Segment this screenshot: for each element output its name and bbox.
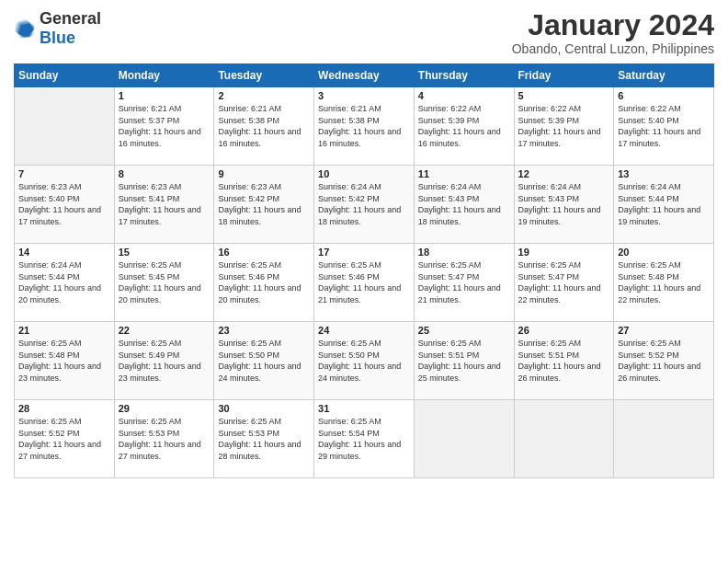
day-number: 24: [318, 325, 410, 336]
day-info: Sunrise: 6:25 AMSunset: 5:50 PMDaylight:…: [218, 339, 301, 383]
calendar-cell: 11Sunrise: 6:24 AMSunset: 5:43 PMDayligh…: [414, 166, 514, 244]
day-header-saturday: Saturday: [614, 64, 714, 87]
calendar-subtitle: Obando, Central Luzon, Philippines: [512, 41, 714, 56]
day-info: Sunrise: 6:25 AMSunset: 5:47 PMDaylight:…: [518, 260, 601, 304]
calendar-cell: 3Sunrise: 6:21 AMSunset: 5:38 PMDaylight…: [314, 87, 415, 166]
calendar-cell: 18Sunrise: 6:25 AMSunset: 5:47 PMDayligh…: [414, 244, 514, 322]
day-info: Sunrise: 6:25 AMSunset: 5:45 PMDaylight:…: [119, 260, 201, 304]
day-info: Sunrise: 6:24 AMSunset: 5:44 PMDaylight:…: [18, 260, 101, 304]
day-number: 11: [418, 168, 510, 179]
calendar-container: General Blue January 2024 Obando, Centra…: [0, 0, 728, 563]
day-number: 13: [618, 168, 710, 179]
day-info: Sunrise: 6:23 AMSunset: 5:41 PMDaylight:…: [119, 182, 201, 226]
day-info: Sunrise: 6:24 AMSunset: 5:44 PMDaylight:…: [618, 182, 700, 226]
day-info: Sunrise: 6:25 AMSunset: 5:52 PMDaylight:…: [618, 339, 700, 383]
day-info: Sunrise: 6:22 AMSunset: 5:40 PMDaylight:…: [618, 104, 700, 148]
calendar-cell: 2Sunrise: 6:21 AMSunset: 5:38 PMDaylight…: [214, 87, 314, 166]
calendar-cell: [514, 400, 614, 478]
day-info: Sunrise: 6:25 AMSunset: 5:48 PMDaylight:…: [18, 339, 101, 383]
day-info: Sunrise: 6:25 AMSunset: 5:53 PMDaylight:…: [119, 417, 201, 461]
day-number: 7: [18, 168, 110, 179]
day-number: 22: [119, 325, 210, 336]
calendar-table: SundayMondayTuesdayWednesdayThursdayFrid…: [14, 63, 714, 478]
day-info: Sunrise: 6:21 AMSunset: 5:37 PMDaylight:…: [119, 104, 201, 148]
day-info: Sunrise: 6:23 AMSunset: 5:42 PMDaylight:…: [218, 182, 301, 226]
title-block: January 2024 Obando, Central Luzon, Phil…: [512, 9, 714, 56]
day-info: Sunrise: 6:25 AMSunset: 5:46 PMDaylight:…: [218, 260, 301, 304]
day-number: 4: [418, 90, 510, 101]
calendar-cell: 7Sunrise: 6:23 AMSunset: 5:40 PMDaylight…: [15, 166, 115, 244]
day-number: 20: [618, 247, 710, 258]
day-info: Sunrise: 6:25 AMSunset: 5:50 PMDaylight:…: [318, 339, 401, 383]
day-number: 9: [218, 168, 310, 179]
day-header-sunday: Sunday: [15, 64, 115, 87]
day-number: 30: [218, 403, 310, 414]
calendar-cell: 30Sunrise: 6:25 AMSunset: 5:53 PMDayligh…: [214, 400, 314, 478]
day-number: 3: [318, 90, 410, 101]
calendar-cell: 10Sunrise: 6:24 AMSunset: 5:42 PMDayligh…: [314, 166, 415, 244]
calendar-cell: 27Sunrise: 6:25 AMSunset: 5:52 PMDayligh…: [614, 322, 714, 400]
day-number: 19: [518, 247, 610, 258]
calendar-cell: 25Sunrise: 6:25 AMSunset: 5:51 PMDayligh…: [414, 322, 514, 400]
day-number: 1: [119, 90, 210, 101]
day-header-tuesday: Tuesday: [214, 64, 314, 87]
calendar-cell: 29Sunrise: 6:25 AMSunset: 5:53 PMDayligh…: [114, 400, 214, 478]
day-number: 25: [418, 325, 510, 336]
day-number: 16: [218, 247, 310, 258]
day-number: 18: [418, 247, 510, 258]
calendar-cell: 12Sunrise: 6:24 AMSunset: 5:43 PMDayligh…: [514, 166, 614, 244]
logo-general: General: [40, 9, 101, 28]
calendar-cell: 26Sunrise: 6:25 AMSunset: 5:51 PMDayligh…: [514, 322, 614, 400]
day-number: 31: [318, 403, 410, 414]
calendar-cell: 6Sunrise: 6:22 AMSunset: 5:40 PMDaylight…: [614, 87, 714, 166]
day-number: 14: [18, 247, 110, 258]
day-number: 21: [18, 325, 110, 336]
calendar-cell: 21Sunrise: 6:25 AMSunset: 5:48 PMDayligh…: [15, 322, 115, 400]
day-info: Sunrise: 6:25 AMSunset: 5:54 PMDaylight:…: [318, 417, 401, 461]
calendar-title: January 2024: [512, 9, 714, 41]
day-number: 26: [518, 325, 610, 336]
day-info: Sunrise: 6:24 AMSunset: 5:42 PMDaylight:…: [318, 182, 401, 226]
calendar-week-row: 7Sunrise: 6:23 AMSunset: 5:40 PMDaylight…: [15, 166, 714, 244]
calendar-cell: 13Sunrise: 6:24 AMSunset: 5:44 PMDayligh…: [614, 166, 714, 244]
day-info: Sunrise: 6:25 AMSunset: 5:51 PMDaylight:…: [518, 339, 601, 383]
calendar-week-row: 28Sunrise: 6:25 AMSunset: 5:52 PMDayligh…: [15, 400, 714, 478]
logo-text: General Blue: [40, 9, 101, 48]
header: General Blue January 2024 Obando, Centra…: [14, 9, 714, 56]
day-header-friday: Friday: [514, 64, 614, 87]
calendar-cell: 1Sunrise: 6:21 AMSunset: 5:37 PMDaylight…: [114, 87, 214, 166]
day-number: 28: [18, 403, 110, 414]
day-info: Sunrise: 6:25 AMSunset: 5:49 PMDaylight:…: [119, 339, 201, 383]
calendar-cell: 20Sunrise: 6:25 AMSunset: 5:48 PMDayligh…: [614, 244, 714, 322]
day-info: Sunrise: 6:21 AMSunset: 5:38 PMDaylight:…: [218, 104, 301, 148]
calendar-cell: 19Sunrise: 6:25 AMSunset: 5:47 PMDayligh…: [514, 244, 614, 322]
calendar-cell: 28Sunrise: 6:25 AMSunset: 5:52 PMDayligh…: [15, 400, 115, 478]
day-info: Sunrise: 6:23 AMSunset: 5:40 PMDaylight:…: [18, 182, 101, 226]
calendar-week-row: 14Sunrise: 6:24 AMSunset: 5:44 PMDayligh…: [15, 244, 714, 322]
logo-icon: [14, 17, 36, 40]
calendar-cell: [614, 400, 714, 478]
day-info: Sunrise: 6:22 AMSunset: 5:39 PMDaylight:…: [418, 104, 501, 148]
calendar-cell: 9Sunrise: 6:23 AMSunset: 5:42 PMDaylight…: [214, 166, 314, 244]
calendar-cell: 15Sunrise: 6:25 AMSunset: 5:45 PMDayligh…: [114, 244, 214, 322]
calendar-cell: 17Sunrise: 6:25 AMSunset: 5:46 PMDayligh…: [314, 244, 415, 322]
day-info: Sunrise: 6:25 AMSunset: 5:48 PMDaylight:…: [618, 260, 700, 304]
day-header-thursday: Thursday: [414, 64, 514, 87]
calendar-cell: 22Sunrise: 6:25 AMSunset: 5:49 PMDayligh…: [114, 322, 214, 400]
day-number: 29: [119, 403, 210, 414]
day-info: Sunrise: 6:25 AMSunset: 5:53 PMDaylight:…: [218, 417, 301, 461]
day-number: 27: [618, 325, 710, 336]
day-header-wednesday: Wednesday: [314, 64, 415, 87]
day-info: Sunrise: 6:24 AMSunset: 5:43 PMDaylight:…: [418, 182, 501, 226]
day-info: Sunrise: 6:21 AMSunset: 5:38 PMDaylight:…: [318, 104, 401, 148]
calendar-cell: [414, 400, 514, 478]
day-number: 15: [119, 247, 210, 258]
calendar-header-row: SundayMondayTuesdayWednesdayThursdayFrid…: [15, 64, 714, 87]
calendar-cell: 14Sunrise: 6:24 AMSunset: 5:44 PMDayligh…: [15, 244, 115, 322]
day-number: 23: [218, 325, 310, 336]
calendar-cell: 31Sunrise: 6:25 AMSunset: 5:54 PMDayligh…: [314, 400, 415, 478]
day-number: 12: [518, 168, 610, 179]
day-number: 17: [318, 247, 410, 258]
calendar-cell: 23Sunrise: 6:25 AMSunset: 5:50 PMDayligh…: [214, 322, 314, 400]
day-info: Sunrise: 6:25 AMSunset: 5:47 PMDaylight:…: [418, 260, 501, 304]
